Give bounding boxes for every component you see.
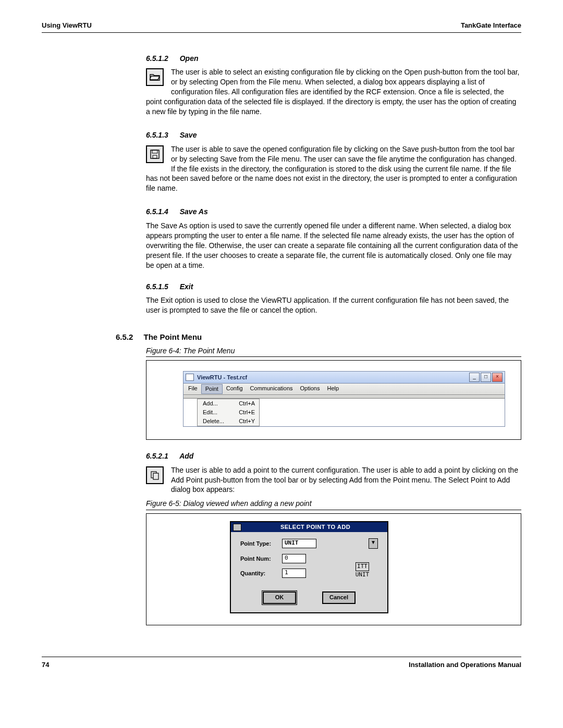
heading-title: Add (179, 452, 193, 460)
menu-file[interactable]: File (185, 384, 201, 394)
point-num-field[interactable]: 0 (282, 554, 306, 563)
heading-save: 6.5.1.3 Save (146, 130, 521, 140)
maximize-button[interactable]: □ (481, 373, 491, 382)
menu-item-label: Delete... (203, 417, 224, 425)
figure-6-5-caption: Figure 6-5: Dialog viewed when adding a … (146, 499, 521, 510)
dialog-titlebar: SELECT POINT TO ADD (231, 522, 387, 532)
window-title: ViewRTU - Test.rcf (197, 374, 469, 381)
header-left: Using ViewRTU (42, 21, 92, 30)
heading-point-menu: 6.5.2 The Point Menu (116, 332, 521, 342)
open-folder-icon (146, 68, 164, 86)
cancel-button[interactable]: Cancel (322, 591, 356, 604)
heading-saveas: 6.5.1.4 Save As (146, 207, 521, 217)
figure-6-4-caption: Figure 6-4: The Point Menu (146, 346, 521, 357)
exit-text: The Exit option is used to close the Vie… (146, 295, 521, 315)
heading-open: 6.5.1.2 Open (146, 54, 521, 64)
header-right: TankGate Interface (461, 21, 521, 30)
unit-type-icon: ITT UNIT (353, 562, 372, 579)
heading-add: 6.5.2.1 Add (146, 451, 521, 461)
footer-title: Installation and Operations Manual (409, 660, 521, 670)
heading-num: 6.5.1.4 (146, 207, 168, 216)
heading-title: Open (180, 54, 199, 63)
open-text: The user is able to select an existing c… (146, 67, 521, 116)
dialog-title: SELECT POINT TO ADD (246, 523, 385, 531)
point-type-dropdown-button[interactable]: ▼ (369, 538, 378, 549)
save-text: The user is able to save the opened conf… (146, 144, 521, 193)
heading-title: Save As (180, 207, 208, 216)
menu-item-edit[interactable]: Edit... Ctrl+E (198, 408, 259, 417)
save-floppy-icon (146, 145, 164, 163)
select-point-dialog: SELECT POINT TO ADD Point Type: UNIT ▼ P… (230, 521, 388, 613)
ok-button[interactable]: OK (263, 591, 296, 604)
svg-rect-4 (153, 473, 158, 479)
heading-num: 6.5.2.1 (146, 452, 168, 460)
itt-top: ITT (356, 562, 369, 571)
menu-item-delete[interactable]: Delete... Ctrl+Y (198, 417, 259, 426)
menu-item-accel: Ctrl+E (239, 409, 255, 416)
point-type-label: Point Type: (240, 540, 282, 548)
point-dropdown: Add... Ctrl+A Edit... Ctrl+E Delete... C… (197, 399, 260, 426)
heading-title: Exit (180, 282, 193, 291)
close-button[interactable]: × (492, 373, 503, 382)
heading-num: 6.5.1.3 (146, 131, 168, 139)
heading-num: 6.5.2 (116, 332, 133, 341)
menu-point[interactable]: Point (201, 384, 223, 394)
quantity-field[interactable]: 1 (282, 569, 306, 578)
point-num-label: Point Num: (240, 555, 282, 563)
figure-6-4: ViewRTU - Test.rcf _ □ × File Point Conf… (146, 360, 521, 439)
heading-num: 6.5.1.5 (146, 282, 168, 291)
heading-num: 6.5.1.2 (146, 54, 168, 63)
menu-item-label: Edit... (203, 409, 217, 416)
menu-communications[interactable]: Communications (247, 384, 297, 394)
itt-bottom: UNIT (356, 571, 370, 578)
menu-item-label: Add... (203, 400, 218, 408)
menu-options[interactable]: Options (297, 384, 324, 394)
page-footer: 74 Installation and Operations Manual (42, 657, 521, 670)
window-titlebar: ViewRTU - Test.rcf _ □ × (183, 372, 505, 384)
menu-item-accel: Ctrl+Y (239, 417, 255, 425)
menu-item-add[interactable]: Add... Ctrl+A (198, 399, 259, 408)
figure-6-5: SELECT POINT TO ADD Point Type: UNIT ▼ P… (146, 513, 521, 625)
quantity-label: Quantity: (240, 570, 282, 577)
document-icon (186, 374, 194, 381)
system-menu-icon[interactable] (233, 524, 241, 531)
menu-help[interactable]: Help (323, 384, 342, 394)
svg-rect-2 (153, 155, 157, 158)
menu-bar: File Point Config Communications Options… (183, 384, 505, 395)
viewrtu-window: ViewRTU - Test.rcf _ □ × File Point Conf… (183, 371, 505, 426)
minimize-button[interactable]: _ (469, 373, 480, 382)
heading-exit: 6.5.1.5 Exit (146, 282, 521, 292)
heading-title: Save (180, 131, 197, 139)
heading-title: The Point Menu (144, 332, 202, 341)
svg-rect-1 (152, 150, 157, 153)
svg-rect-0 (151, 150, 159, 158)
page-header: Using ViewRTU TankGate Interface (42, 21, 521, 33)
add-text: The user is able to add a point to the c… (146, 465, 521, 495)
saveas-text: The Save As option is used to save the c… (146, 221, 521, 270)
page-number: 74 (42, 660, 49, 670)
copy-add-icon (146, 466, 164, 484)
point-type-field[interactable]: UNIT (282, 539, 316, 548)
menu-item-accel: Ctrl+A (239, 400, 255, 408)
menu-config[interactable]: Config (223, 384, 247, 394)
